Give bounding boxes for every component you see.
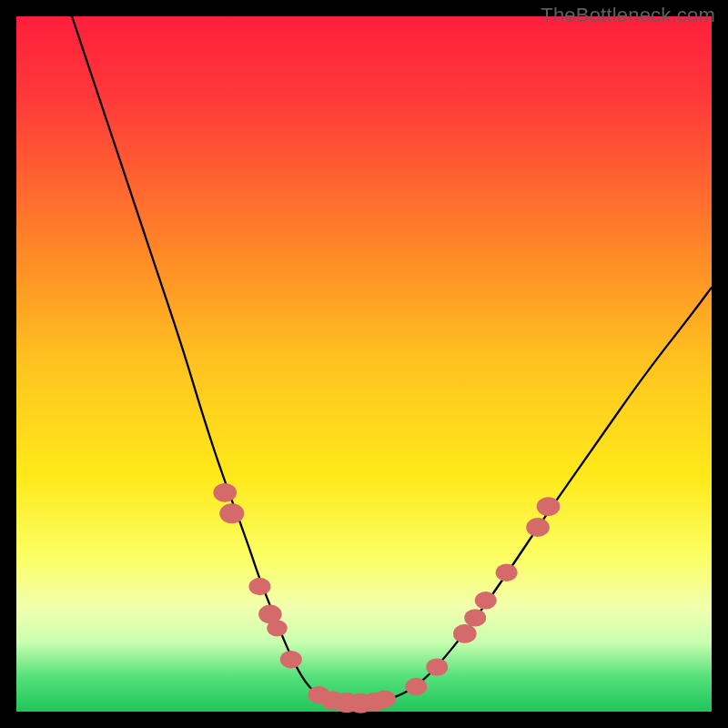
- watermark-text: TheBottleneck.com: [541, 4, 715, 27]
- data-marker: [537, 497, 561, 516]
- data-marker: [475, 592, 497, 609]
- data-marker: [267, 620, 287, 636]
- data-marker: [248, 578, 270, 595]
- data-marker: [219, 503, 244, 523]
- data-marker: [526, 518, 550, 537]
- data-marker: [464, 609, 486, 626]
- data-marker: [374, 691, 396, 708]
- data-marker: [426, 658, 448, 675]
- data-marker: [213, 483, 237, 502]
- bottleneck-curve: [72, 16, 712, 703]
- data-marker: [496, 564, 518, 581]
- plot-area: [16, 16, 712, 712]
- data-marker: [280, 651, 302, 668]
- data-marker: [453, 624, 477, 643]
- chart-frame: TheBottleneck.com: [0, 0, 728, 728]
- curve-layer: [16, 16, 712, 712]
- data-marker: [405, 678, 427, 695]
